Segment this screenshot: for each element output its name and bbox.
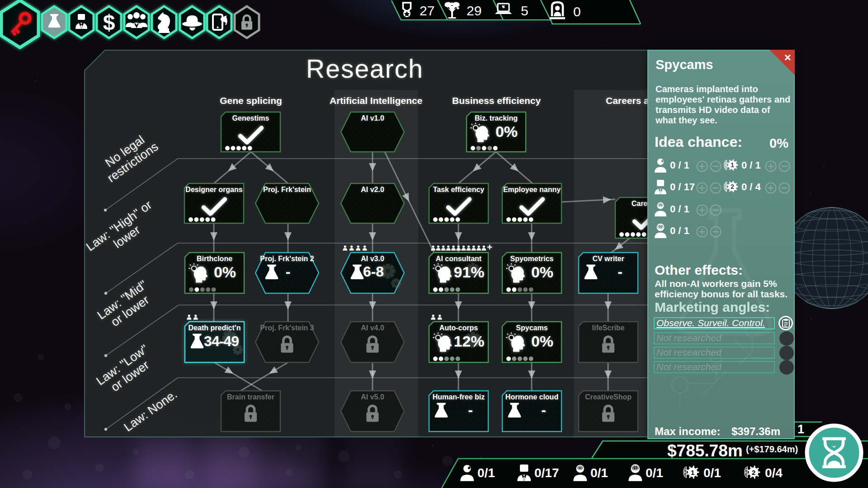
svg-text:1: 1 <box>691 469 695 476</box>
svg-text:2: 2 <box>752 469 756 476</box>
